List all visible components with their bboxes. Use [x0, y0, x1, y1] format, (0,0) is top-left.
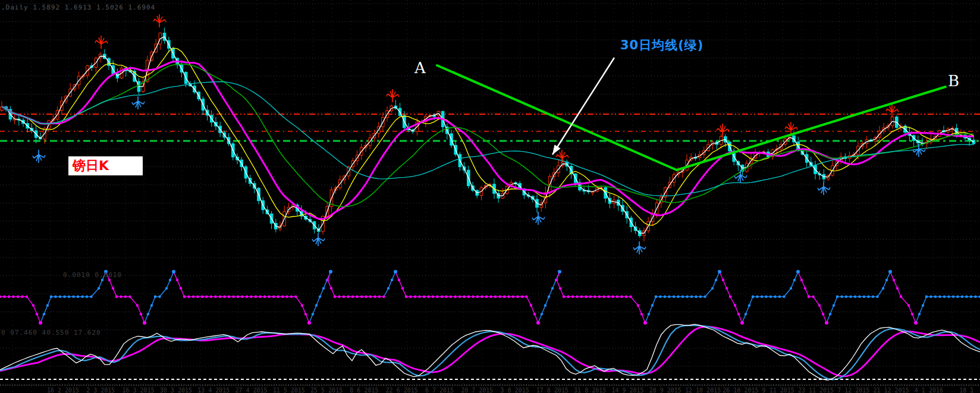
date-label: 16 3 2015 [122, 387, 155, 393]
date-label: 4 1 2016 [915, 387, 943, 393]
date-label: 12 10 2015 [685, 387, 721, 393]
sell-signal-icon [717, 124, 729, 137]
grid [0, 0, 980, 393]
indicator-panel-3 [0, 324, 980, 385]
date-label: 17 8 2015 [536, 387, 568, 393]
sell-signal-icon [556, 150, 568, 163]
buy-signal-icon [818, 182, 830, 195]
buy-signal-icon [734, 170, 747, 183]
date-label: 18 1 2016 [959, 387, 973, 393]
buy-signal-icon [132, 96, 145, 109]
date-label: 16 2 2015 [47, 387, 79, 393]
date-label: 27 4 2015 [235, 387, 267, 393]
date-label: 8 6 2015 [350, 387, 378, 393]
horizontal-level-lines [0, 114, 980, 141]
buy-signal-icon [532, 212, 545, 225]
date-label: 9 11 2015 [762, 387, 794, 393]
oscillator-blue [0, 325, 980, 379]
A-line [437, 65, 677, 170]
date-label: 26 10 2015 [723, 387, 758, 393]
date-label: 23 11 2015 [798, 387, 834, 393]
date-label: 22 6 2015 [386, 387, 418, 393]
date-label: 6 7 2015 [425, 387, 454, 393]
sell-signal-icon [886, 104, 899, 117]
date-label: 13 4 2015 [197, 387, 230, 393]
date-label: 21 12 2015 [873, 387, 909, 393]
instrument-label-box[interactable]: 镑日K [68, 156, 143, 175]
trading-chart-window: ,Daily 1.5892 1.6913 1.5026 1.6904 镑日K 3… [0, 0, 980, 393]
date-label: 3 8 2015 [501, 387, 529, 393]
sell-signal-icon [153, 14, 166, 27]
indicator-panel-2 [0, 270, 980, 325]
point-a-label[interactable]: A [414, 59, 426, 77]
date-label: 31 8 2015 [574, 387, 606, 393]
date-label: 11 5 2015 [273, 387, 305, 393]
quote-title: ,Daily 1.5892 1.6913 1.5026 1.6904 [1, 4, 155, 11]
date-label: 28 9 2015 [649, 387, 681, 393]
date-label: 25 5 2015 [310, 387, 343, 393]
date-label: 2 3 2015 [86, 387, 115, 393]
date-label: 20 7 2015 [461, 387, 493, 393]
indicator3-values: 0 07.460 40.550 17.620 [1, 329, 101, 337]
indicator2-values: 0.0010 0.0010 [63, 271, 122, 279]
oscillator-magenta [0, 327, 980, 376]
date-label: 14 9 2015 [611, 387, 643, 393]
sell-signal-icon [95, 36, 108, 49]
buy-signal-icon [33, 150, 45, 163]
buy-signal-icon [312, 233, 325, 246]
oscillator-white [0, 324, 980, 380]
buy-signal-icon [633, 241, 646, 254]
MA10-yellow [2, 48, 973, 225]
point-b-label[interactable]: B [948, 72, 959, 90]
chart-canvas[interactable] [0, 0, 980, 393]
date-label: 7 12 2015 [837, 387, 869, 393]
candlesticks [1, 27, 975, 241]
date-label: 30 3 2015 [160, 387, 192, 393]
ma-annotation-label[interactable]: 30日均线(绿) [620, 37, 703, 54]
